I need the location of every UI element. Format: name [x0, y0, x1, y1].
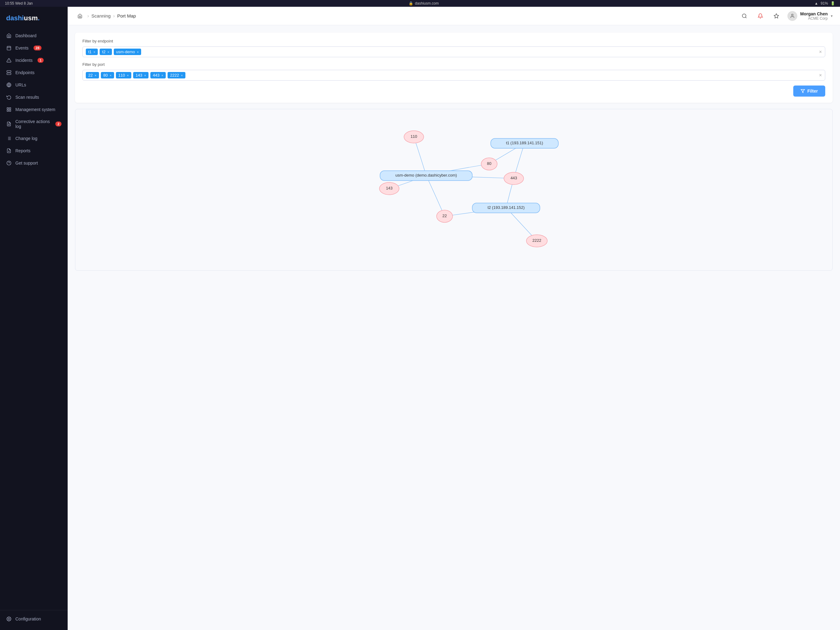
user-profile[interactable]: Morgan Chen ACME Corp ▾ — [788, 11, 833, 21]
sidebar-item-label: Endpoints — [15, 70, 35, 75]
svg-text:t1 (193.189.141.151): t1 (193.189.141.151) — [506, 141, 543, 145]
remove-tag-usm-demo[interactable]: × — [137, 50, 139, 54]
endpoint-tag-usm-demo[interactable]: usm-demo × — [114, 49, 141, 55]
chevron-down-icon: ▾ — [831, 14, 833, 18]
globe-icon — [6, 82, 12, 88]
sidebar-item-label: Configuration — [15, 616, 41, 621]
port-map-graph[interactable]: 110 143 80 443 22 2222 — [75, 109, 832, 269]
clear-endpoint-filter[interactable]: × — [819, 49, 822, 55]
remove-port-443[interactable]: × — [161, 73, 163, 77]
breadcrumb-sep-2: › — [113, 13, 115, 19]
sidebar-item-management[interactable]: Management system — [0, 103, 68, 116]
svg-text:22: 22 — [442, 214, 447, 218]
user-company: ACME Corp — [801, 16, 828, 21]
svg-text:443: 443 — [510, 176, 517, 180]
corrective-badge: 2 — [55, 122, 62, 127]
remove-port-80[interactable]: × — [109, 73, 111, 77]
port-tag-443[interactable]: 443 × — [150, 72, 166, 78]
endpoint-tag-t1[interactable]: t1 × — [86, 49, 98, 55]
svg-rect-13 — [9, 108, 11, 109]
top-nav-actions: Morgan Chen ACME Corp ▾ — [739, 11, 833, 21]
svg-text:143: 143 — [386, 186, 393, 190]
incidents-badge: 1 — [38, 58, 44, 63]
status-url: 🔒 dashiusm.com — [409, 1, 439, 6]
remove-tag-t1[interactable]: × — [93, 50, 95, 54]
sidebar-item-configuration[interactable]: Configuration — [0, 613, 68, 625]
port-tag-110[interactable]: 110 × — [116, 72, 131, 78]
svg-marker-33 — [801, 90, 805, 93]
top-nav: › Scanning › Port Map — [68, 7, 840, 25]
user-details: Morgan Chen ACME Corp — [801, 11, 828, 21]
svg-rect-12 — [7, 108, 9, 109]
doc-icon — [6, 121, 12, 127]
sidebar-item-label: Get support — [15, 161, 38, 166]
sidebar-item-events[interactable]: Events 28 — [0, 42, 68, 54]
breadcrumb-scanning[interactable]: Scanning — [91, 13, 111, 19]
port-tag-80[interactable]: 80 × — [101, 72, 114, 78]
sidebar-item-corrective[interactable]: Corrective actions log 2 — [0, 116, 68, 132]
endpoint-filter-label: Filter by endpoint — [82, 39, 825, 43]
svg-rect-14 — [9, 110, 11, 111]
app-logo: dashiusm. — [0, 12, 68, 30]
sidebar-item-incidents[interactable]: Incidents 1 — [0, 54, 68, 66]
port-filter-row[interactable]: 22 × 80 × 110 × 143 × — [82, 70, 825, 81]
sidebar-item-label: Reports — [15, 148, 30, 153]
svg-point-32 — [791, 14, 793, 16]
svg-point-29 — [742, 14, 746, 17]
filter-actions: Filter — [82, 85, 825, 97]
sidebar-item-urls[interactable]: URLs — [0, 79, 68, 91]
sidebar-item-support[interactable]: Get support — [0, 157, 68, 169]
sidebar-item-reports[interactable]: Reports — [0, 144, 68, 157]
svg-rect-0 — [7, 46, 11, 50]
remove-port-22[interactable]: × — [95, 73, 96, 77]
port-tag-22[interactable]: 22 × — [86, 72, 99, 78]
svg-marker-31 — [774, 14, 778, 18]
clear-port-filter[interactable]: × — [819, 73, 822, 78]
sparkle-button[interactable] — [771, 11, 781, 21]
remove-port-143[interactable]: × — [144, 73, 146, 77]
sidebar-item-label: Management system — [15, 107, 55, 112]
logo-dashi: dashi — [6, 14, 24, 22]
logo-dot: . — [38, 14, 39, 22]
management-icon — [6, 107, 12, 112]
filter-button[interactable]: Filter — [793, 85, 825, 97]
status-indicators: ▲ 91% 🔋 — [815, 1, 835, 6]
breadcrumb-portmap: Port Map — [117, 13, 136, 19]
calendar-icon — [6, 45, 12, 51]
logo-usm: usm — [24, 14, 38, 22]
home-icon — [6, 33, 12, 38]
svg-point-28 — [8, 618, 9, 619]
endpoint-filter-row[interactable]: t1 × t2 × usm-demo × × — [82, 46, 825, 57]
sidebar-item-changelog[interactable]: Change log — [0, 132, 68, 144]
events-badge: 28 — [33, 46, 41, 51]
sidebar-item-label: Dashboard — [15, 33, 36, 38]
svg-text:2222: 2222 — [532, 238, 542, 243]
remove-tag-t2[interactable]: × — [107, 50, 109, 54]
port-tag-143[interactable]: 143 × — [133, 72, 148, 78]
svg-line-30 — [745, 17, 746, 18]
notifications-button[interactable] — [755, 11, 765, 21]
scan-icon — [6, 95, 12, 100]
sidebar-item-label: URLs — [15, 82, 26, 87]
filter-section: Filter by endpoint t1 × t2 × usm-demo × … — [75, 33, 833, 103]
sidebar-item-scan-results[interactable]: Scan results — [0, 91, 68, 103]
sidebar-item-label: Events — [15, 46, 28, 51]
svg-text:t2 (193.189.141.152): t2 (193.189.141.152) — [488, 205, 525, 210]
help-icon — [6, 160, 12, 166]
list-icon — [6, 136, 12, 141]
remove-port-2222[interactable]: × — [181, 73, 183, 77]
user-avatar — [788, 11, 797, 21]
port-tag-2222[interactable]: 2222 × — [167, 72, 185, 78]
sidebar-item-endpoints[interactable]: Endpoints — [0, 66, 68, 79]
search-button[interactable] — [739, 11, 749, 21]
sidebar-item-dashboard[interactable]: Dashboard — [0, 30, 68, 42]
home-breadcrumb[interactable] — [75, 11, 85, 21]
main-content: › Scanning › Port Map — [68, 7, 840, 630]
endpoint-tag-t2[interactable]: t2 × — [99, 49, 112, 55]
user-name: Morgan Chen — [801, 11, 828, 16]
status-time: 10:55 Wed 8 Jan — [5, 1, 33, 6]
status-bar: 10:55 Wed 8 Jan 🔒 dashiusm.com ▲ 91% 🔋 — [0, 0, 840, 7]
gear-icon — [6, 616, 12, 622]
remove-port-110[interactable]: × — [127, 73, 129, 77]
breadcrumb-sep-1: › — [87, 13, 89, 19]
